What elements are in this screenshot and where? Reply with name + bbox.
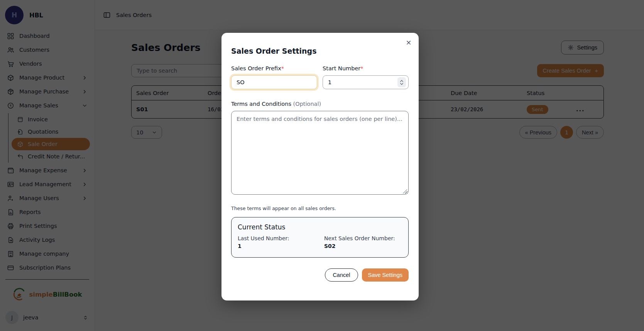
chevron-up-icon (400, 80, 404, 82)
start-number-input[interactable] (323, 75, 409, 89)
start-number-label: Start Number* (323, 65, 409, 71)
terms-helper-text: These terms will appear on all sales ord… (231, 205, 409, 211)
close-icon[interactable]: × (404, 37, 413, 47)
chevron-down-icon (400, 83, 404, 85)
prefix-input[interactable] (231, 75, 317, 89)
terms-label: Terms and Conditions (Optional) (231, 101, 409, 107)
modal-title: Sales Order Settings (231, 47, 409, 55)
optional-hint: (Optional) (291, 101, 321, 107)
next-number-value: S02 (324, 243, 395, 249)
last-used-value: 1 (238, 243, 324, 249)
required-asterisk: * (360, 65, 363, 71)
sales-order-settings-modal: × Sales Order Settings Sales Order Prefi… (221, 33, 419, 300)
last-used-label: Last Used Number: (238, 235, 324, 241)
prefix-label: Sales Order Prefix* (231, 65, 317, 71)
number-stepper[interactable] (397, 77, 406, 87)
required-asterisk: * (281, 65, 284, 71)
terms-textarea[interactable] (231, 111, 409, 195)
cancel-button[interactable]: Cancel (325, 268, 358, 282)
next-number-label: Next Sales Order Number: (324, 235, 395, 241)
current-status-box: Current Status Last Used Number: 1 Next … (231, 217, 409, 258)
current-status-title: Current Status (238, 223, 402, 231)
app-root: H HBL Dashboard Customers Vendors Manage… (0, 0, 644, 331)
save-settings-button[interactable]: Save Settings (362, 268, 409, 282)
